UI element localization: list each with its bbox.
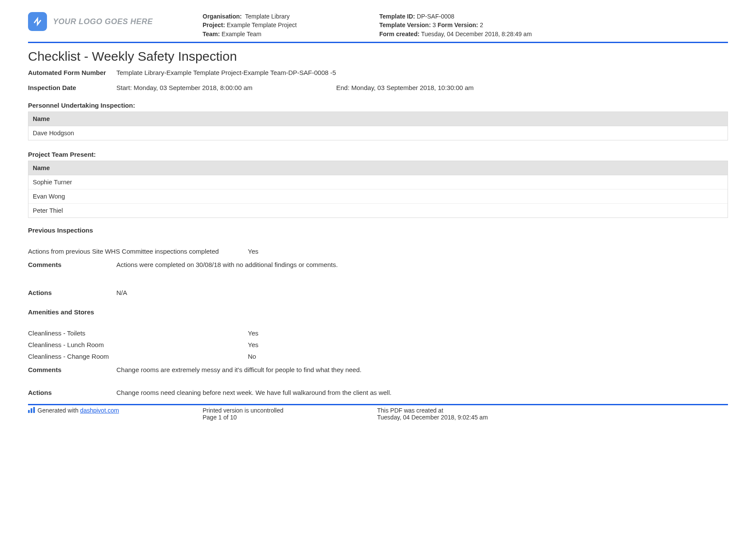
auto-form-number-label: Automated Form Number <box>28 69 116 76</box>
team-name: Peter Thiel <box>28 203 728 217</box>
header-left: YOUR LOGO GOES HERE <box>28 12 203 31</box>
amenities-actions-value: Change rooms need cleaning before next w… <box>116 389 728 396</box>
previous-inspections-heading: Previous Inspections <box>28 227 728 234</box>
footer-generated: Generated with dashpivot.com <box>28 407 203 421</box>
previous-q1-row: Actions from previous Site WHS Committee… <box>28 248 728 255</box>
logo-placeholder-text: YOUR LOGO GOES HERE <box>53 17 153 26</box>
created-at-value: Tuesday, 04 December 2018, 9:02:45 am <box>377 414 728 421</box>
inspection-date-row: Inspection Date Start: Monday, 03 Septem… <box>28 84 728 91</box>
team-col-name: Name <box>28 161 728 175</box>
form-version-label: Form Version: <box>437 22 478 28</box>
previous-actions-row: Actions N/A <box>28 289 728 296</box>
header-divider <box>28 42 728 43</box>
amenities-actions-row: Actions Change rooms need cleaning befor… <box>28 389 728 396</box>
inspection-end: End: Monday, 03 September 2018, 10:30:00… <box>336 84 728 91</box>
form-created-label: Form created: <box>379 31 419 37</box>
organisation-label: Organisation: <box>203 13 242 20</box>
amenities-row: Cleanliness - Lunch Room Yes <box>28 341 728 348</box>
team-name: Sophie Turner <box>28 175 728 189</box>
template-id-value: DP-SAF-0008 <box>417 13 454 20</box>
page-number: Page 1 of 10 <box>203 414 377 421</box>
amenities-row-value: Yes <box>248 341 728 348</box>
header-middle: Organisation: Template Library Project: … <box>203 12 379 38</box>
form-version-value: 2 <box>480 22 483 28</box>
template-id-label: Template ID: <box>379 13 415 20</box>
personnel-col-name: Name <box>28 112 728 126</box>
amenities-comments-value: Change rooms are extremely messy and it'… <box>116 366 728 373</box>
template-version-value: 3 <box>432 22 436 28</box>
personnel-name: Dave Hodgson <box>28 126 728 140</box>
amenities-comments-label: Comments <box>28 366 116 373</box>
previous-q1-label: Actions from previous Site WHS Committee… <box>28 248 248 255</box>
footer-right: This PDF was created at Tuesday, 04 Dece… <box>377 407 728 421</box>
amenities-row-value: Yes <box>248 329 728 337</box>
table-row: Peter Thiel <box>28 203 728 217</box>
team-present-heading: Project Team Present: <box>28 151 728 158</box>
amenities-row: Cleanliness - Toilets Yes <box>28 329 728 337</box>
project-value: Example Template Project <box>227 22 297 28</box>
amenities-comments-row: Comments Change rooms are extremely mess… <box>28 366 728 373</box>
previous-comments-row: Comments Actions were completed on 30/08… <box>28 261 728 268</box>
table-row: Dave Hodgson <box>28 126 728 140</box>
dashpivot-link[interactable]: dashpivot.com <box>80 407 119 414</box>
uncontrolled-text: Printed version is uncontrolled <box>203 407 377 414</box>
template-version-label: Template Version: <box>379 22 431 28</box>
header: YOUR LOGO GOES HERE Organisation: Templa… <box>28 12 728 41</box>
team-label: Team: <box>203 31 220 37</box>
amenities-row-label: Cleanliness - Change Room <box>28 353 248 360</box>
inspection-date-label: Inspection Date <box>28 84 116 91</box>
team-name: Evan Wong <box>28 189 728 203</box>
amenities-row-label: Cleanliness - Lunch Room <box>28 341 248 348</box>
bars-icon <box>28 407 35 413</box>
table-row: Sophie Turner <box>28 175 728 189</box>
personnel-heading: Personnel Undertaking Inspection: <box>28 102 728 109</box>
footer: Generated with dashpivot.com Printed ver… <box>28 405 728 429</box>
auto-form-number-value: Template Library-Example Template Projec… <box>116 69 728 76</box>
logo-icon <box>28 12 47 31</box>
previous-actions-label: Actions <box>28 289 116 296</box>
page-title: Checklist - Weekly Safety Inspection <box>28 49 728 64</box>
previous-actions-value: N/A <box>116 289 728 296</box>
team-present-table: Name Sophie Turner Evan Wong Peter Thiel <box>28 161 728 218</box>
organisation-value: Template Library <box>245 13 290 20</box>
previous-comments-label: Comments <box>28 261 116 268</box>
team-value: Example Team <box>222 31 261 37</box>
document-page: YOUR LOGO GOES HERE Organisation: Templa… <box>0 0 756 534</box>
amenities-heading: Amenities and Stores <box>28 308 728 316</box>
table-row: Evan Wong <box>28 189 728 203</box>
amenities-row-label: Cleanliness - Toilets <box>28 329 248 337</box>
amenities-actions-label: Actions <box>28 389 116 396</box>
amenities-row: Cleanliness - Change Room No <box>28 353 728 360</box>
footer-center: Printed version is uncontrolled Page 1 o… <box>203 407 377 421</box>
amenities-row-value: No <box>248 353 728 360</box>
previous-q1-value: Yes <box>248 248 728 255</box>
form-created-value: Tuesday, 04 December 2018, 8:28:49 am <box>421 31 532 37</box>
personnel-table: Name Dave Hodgson <box>28 112 728 140</box>
created-at-label: This PDF was created at <box>377 407 728 414</box>
project-label: Project: <box>203 22 225 28</box>
generated-prefix: Generated with <box>37 407 80 414</box>
previous-comments-value: Actions were completed on 30/08/18 with … <box>116 261 728 268</box>
auto-form-number-row: Automated Form Number Template Library-E… <box>28 69 728 76</box>
header-right: Template ID: DP-SAF-0008 Template Versio… <box>379 12 728 38</box>
inspection-start: Start: Monday, 03 September 2018, 8:00:0… <box>116 84 336 91</box>
